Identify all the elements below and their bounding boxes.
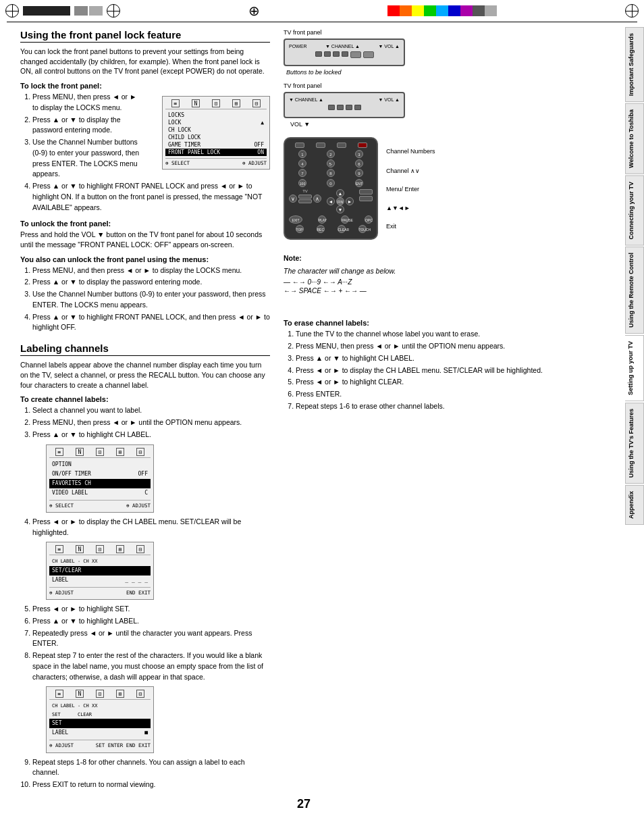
enter-row: EXIT PLAY PAUSE OPC bbox=[289, 215, 373, 224]
tv-panel-top-section: TV front panel POWER ▼ CHANNEL ▲ bbox=[284, 29, 587, 76]
tab-important-safeguards[interactable]: Important Safeguards bbox=[625, 27, 644, 102]
tv-panel-2: ▼ CHANNEL ▲ ▼ VOL ▲ bbox=[284, 92, 405, 118]
pause-btn[interactable]: PAUSE bbox=[341, 215, 349, 224]
btn-ent[interactable]: ENT bbox=[355, 179, 363, 187]
erase-step-5: Press ◄ or ► to highlight CLEAR. bbox=[296, 377, 587, 388]
create-step-6: Press ▲ or ▼ to highlight LABEL. bbox=[32, 616, 270, 627]
ch-dn-area[interactable] bbox=[298, 199, 312, 203]
tab-remote-control[interactable]: Using the Remote Control bbox=[625, 247, 644, 334]
vol-label-text-2: ▼ VOL ▲ bbox=[379, 97, 400, 102]
create-steps-list: Select a channel you want to label. Pres… bbox=[20, 405, 270, 790]
opc-btn[interactable]: OPC bbox=[365, 215, 373, 224]
menus-heading: You also can unlock the front panel usin… bbox=[20, 255, 270, 263]
tab-setting-up[interactable]: Setting up your TV bbox=[625, 335, 644, 401]
remote-illustration: 1 2 3 4 5· 6 7 8 9 bbox=[284, 134, 378, 242]
btn-7[interactable]: 7 bbox=[298, 169, 306, 177]
note-title-text: Note: bbox=[284, 254, 302, 262]
exit-btn[interactable]: EXIT bbox=[289, 215, 302, 224]
chl2-row-1: SET CLEAR bbox=[49, 711, 151, 719]
menu-row-2: CH LOCK bbox=[165, 126, 267, 134]
top-menu-btn[interactable]: TOP bbox=[296, 225, 304, 233]
mute-btn[interactable] bbox=[337, 143, 346, 148]
char-line1: — ←→ 0···9 ←→ A···Z bbox=[284, 278, 587, 286]
channel-label-text: ▼ CHANNEL ▲ bbox=[325, 44, 360, 49]
chl1-footer-left: ⊕ ADJUST bbox=[49, 589, 74, 596]
vol-controls: ▼ VOL ▲ bbox=[379, 44, 400, 49]
erase-step-4: Press ◄ or ► to display the CH LABEL men… bbox=[296, 365, 587, 376]
btn-8[interactable]: 8 bbox=[327, 169, 335, 177]
ch-up-area[interactable] bbox=[298, 195, 312, 199]
tab-tv-features[interactable]: Using the TV's Features bbox=[625, 403, 644, 484]
menu-footer-left: ⊕ SELECT bbox=[165, 160, 190, 166]
channel-callout: Channel ∧∨ bbox=[386, 168, 435, 174]
vol-controls-2: ▼ VOL ▲ bbox=[379, 97, 400, 102]
tv-btn-5 bbox=[350, 51, 361, 58]
chl1-row-1: SET/CLEAR bbox=[49, 566, 151, 576]
video-btn[interactable] bbox=[295, 143, 304, 148]
tv-btn-6 bbox=[363, 51, 374, 58]
menu-footer-right: ⊕ ADJUST bbox=[242, 160, 267, 166]
tab-connecting-tv[interactable]: Connecting your TV bbox=[625, 176, 644, 246]
top-columns: Using the front panel lock feature You c… bbox=[20, 29, 587, 792]
btn-6[interactable]: 6 bbox=[355, 159, 363, 168]
sleep-btn[interactable] bbox=[359, 189, 373, 195]
left-column: Using the front panel lock feature You c… bbox=[20, 29, 270, 792]
play-btn[interactable]: PLAY bbox=[318, 215, 326, 224]
remote-body: 1 2 3 4 5· 6 7 8 9 bbox=[284, 137, 378, 240]
tv-panel-2-top: ▼ CHANNEL ▲ ▼ VOL ▲ bbox=[289, 97, 400, 102]
btn-4[interactable]: 4 bbox=[298, 159, 306, 168]
recall-btn[interactable] bbox=[316, 143, 325, 148]
touch-btn[interactable]: TOUCH bbox=[358, 225, 367, 233]
rec-btn[interactable]: REC bbox=[317, 225, 325, 233]
arrows-label: ▲▼◄► bbox=[386, 205, 410, 211]
btn-9[interactable]: 9 bbox=[355, 169, 363, 177]
clear-btn[interactable]: CLEAR bbox=[338, 225, 346, 233]
down-btn[interactable]: ▼ bbox=[336, 205, 344, 213]
menu-title-row: LOCKS bbox=[165, 111, 267, 119]
pic-btn[interactable] bbox=[359, 196, 373, 201]
btn-1[interactable]: 1 bbox=[298, 150, 306, 158]
chl2-icon-3: ⊡ bbox=[96, 690, 104, 698]
option-row-3: VIDEO LABELC bbox=[49, 488, 151, 498]
locks-menu: ≡ N ⊡ ⊞ ⊟ LOCKS LOCK▲ CH LOCK CHILD LOCK bbox=[162, 96, 270, 170]
ch-up-btn[interactable]: ∧ bbox=[313, 195, 321, 203]
section1-title: Using the front panel lock feature bbox=[20, 29, 270, 43]
ch-dn-btn[interactable]: ∨ bbox=[289, 195, 297, 203]
up-btn[interactable]: ▲ bbox=[336, 189, 344, 197]
left-btn[interactable]: ◄ bbox=[327, 197, 335, 205]
swatch-light bbox=[485, 5, 497, 16]
chl1-footer-right: END EXIT bbox=[126, 589, 151, 596]
menu-row-3: CHILD LOCK bbox=[165, 134, 267, 141]
power-btn[interactable] bbox=[358, 143, 367, 148]
numpad: 1 2 3 4 5· 6 7 8 9 bbox=[289, 150, 373, 177]
btn-3[interactable]: 3 bbox=[355, 150, 363, 158]
btn-0[interactable]: 0 bbox=[327, 179, 335, 187]
chl1-icon-4: ⊞ bbox=[116, 545, 124, 553]
numpad-bottom: 100 0 ENT bbox=[289, 179, 373, 187]
tab-appendix[interactable]: Appendix bbox=[625, 485, 644, 525]
tv-panel-label-1: TV front panel bbox=[284, 29, 587, 36]
fin-btn[interactable]: FIN bbox=[336, 197, 344, 205]
ch-label-menu2: ≡ N ⊡ ⊞ ⊟ CH LABEL - CH XX SET CLEAR SET… bbox=[46, 686, 154, 752]
menus-step-1: Press MENU, and then press ◄ or ► to dis… bbox=[32, 265, 270, 276]
char-sequence-line2: ←→ SPACE ←→ + ←→ — bbox=[284, 287, 367, 295]
ch-label-menu1-screenshot: ≡ N ⊡ ⊞ ⊟ CH LABEL - CH XX SET/CLEAR LAB… bbox=[32, 542, 270, 600]
option-footer-left: ⊕ SELECT bbox=[49, 502, 74, 509]
chl2-icon-4: ⊞ bbox=[116, 690, 124, 698]
opt-icon-2: N bbox=[76, 448, 84, 456]
note-title: Note: bbox=[284, 253, 587, 263]
page-number: 27 bbox=[20, 797, 587, 811]
chl1-footer: ⊕ ADJUST END EXIT bbox=[49, 587, 151, 596]
option-title-row: OPTION bbox=[49, 460, 151, 469]
btn-5[interactable]: 5· bbox=[327, 159, 335, 168]
btn-2[interactable]: 2 bbox=[327, 150, 335, 158]
buttons-to-be-locked-label: Buttons to be locked bbox=[284, 69, 419, 76]
btn-100[interactable]: 100 bbox=[298, 179, 306, 187]
swatch-cyan bbox=[436, 5, 448, 16]
create-step-10: Press EXIT to return to normal viewing. bbox=[32, 779, 270, 790]
create-heading: To create channel labels: bbox=[20, 395, 270, 403]
opt-icon-3: ⊡ bbox=[96, 448, 104, 456]
right-btn[interactable]: ► bbox=[346, 197, 354, 205]
tab-welcome-toshiba[interactable]: Welcome to Toshiba bbox=[625, 103, 644, 174]
section1-intro: You can lock the front panel buttons to … bbox=[20, 47, 270, 76]
